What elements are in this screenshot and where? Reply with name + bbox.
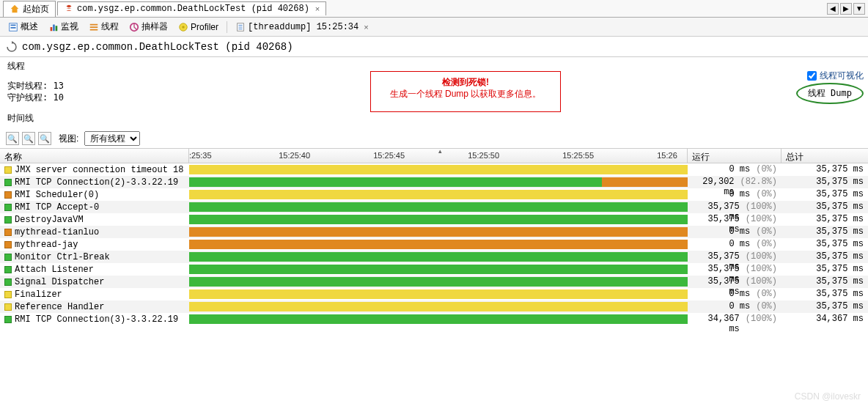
- thread-name-cell: JMX server connection timeout 18: [0, 163, 189, 176]
- monitor-icon: [48, 22, 59, 32]
- timeline-cell: [189, 300, 688, 313]
- col-run-header[interactable]: 运行: [688, 149, 781, 163]
- thread-dump-button[interactable]: 线程 Dump: [796, 83, 864, 104]
- zoom-fit-button[interactable]: 🔍: [38, 132, 51, 145]
- thread-name-cell: RMI TCP Connection(2)-3.3.22.19: [0, 176, 189, 188]
- timeline-bar: [189, 302, 688, 311]
- time-tick: 15:25:40: [279, 151, 310, 160]
- thread-row[interactable]: Monitor Ctrl-Break35,375 ms(100%)35,375 …: [0, 251, 868, 263]
- total-cell: 35,375 ms: [781, 251, 868, 263]
- tool-threaddump[interactable]: [threaddump] 15:25:34 ×: [232, 21, 372, 34]
- thread-row[interactable]: mythread-tianluo0 ms(0%)35,375 ms: [0, 226, 868, 238]
- overview-icon: [8, 22, 18, 32]
- timeline-bar: [602, 177, 688, 187]
- svg-rect-1: [11, 24, 16, 26]
- timeline-cell: [189, 163, 688, 176]
- total-cell: 35,375 ms: [781, 276, 868, 288]
- timeline-cell: [189, 313, 688, 325]
- col-total-header[interactable]: 总计: [781, 149, 868, 163]
- nav-prev-button[interactable]: ◀: [827, 3, 839, 15]
- thread-name: Finalizer: [15, 289, 62, 300]
- total-cell: 35,375 ms: [781, 238, 868, 251]
- timeline-bar: [189, 240, 688, 249]
- home-icon: [10, 4, 20, 14]
- nav-menu-button[interactable]: ▼: [853, 3, 865, 15]
- thread-name: Monitor Ctrl-Break: [15, 252, 110, 262]
- thread-row[interactable]: RMI TCP Connection(2)-3.3.22.1929,302 ms…: [0, 176, 868, 188]
- thread-row[interactable]: Finalizer0 ms(0%)35,375 ms: [0, 288, 868, 300]
- page-title: com.ysgz.ep.common.DeathLockTest (pid 40…: [22, 41, 293, 53]
- tool-label: [threaddump] 15:25:34: [248, 22, 358, 32]
- col-name-header[interactable]: 名称: [0, 149, 189, 163]
- thread-row[interactable]: Attach Listener35,375 ms(100%)35,375 ms: [0, 263, 868, 276]
- thread-name: RMI TCP Accept-0: [15, 202, 99, 213]
- status-square-icon: [4, 179, 12, 186]
- run-pct: (100%): [746, 214, 777, 225]
- close-icon[interactable]: ×: [364, 23, 368, 32]
- run-value: 35,375 ms: [692, 251, 740, 262]
- close-icon[interactable]: ×: [315, 4, 320, 13]
- run-pct: (0%): [756, 289, 777, 300]
- thread-row[interactable]: Signal Dispatcher35,375 ms(100%)35,375 m…: [0, 276, 868, 288]
- nav-next-button[interactable]: ▶: [840, 3, 852, 15]
- run-pct: (0%): [756, 164, 777, 175]
- zoom-out-button[interactable]: 🔍: [22, 132, 35, 145]
- run-value: 0 ms: [729, 164, 750, 175]
- realtime-threads-label: 实时线程:: [7, 81, 48, 91]
- thread-row[interactable]: Reference Handler0 ms(0%)35,375 ms: [0, 300, 868, 313]
- thread-name-cell: RMI TCP Connection(3)-3.3.22.19: [0, 313, 189, 325]
- run-value: 35,375 ms: [692, 276, 740, 287]
- timeline-bar: [189, 165, 688, 174]
- refresh-icon[interactable]: [6, 41, 18, 53]
- total-cell: 35,375 ms: [781, 263, 868, 276]
- status-square-icon: [4, 303, 12, 311]
- run-pct: (0%): [756, 301, 777, 312]
- total-cell: 35,375 ms: [781, 176, 868, 188]
- visualize-checkbox[interactable]: [807, 71, 817, 81]
- thread-row[interactable]: RMI TCP Connection(3)-3.3.22.1934,367 ms…: [0, 313, 868, 325]
- sampler-icon: [129, 22, 139, 32]
- svg-point-8: [182, 26, 185, 29]
- tool-threads[interactable]: 线程: [85, 19, 122, 34]
- status-square-icon: [4, 291, 12, 298]
- thread-row[interactable]: mythread-jay0 ms(0%)35,375 ms: [0, 238, 868, 251]
- svg-rect-5: [56, 26, 58, 31]
- total-cell: 35,375 ms: [781, 188, 868, 201]
- thread-name-cell: Finalizer: [0, 288, 189, 300]
- thread-name: Reference Handler: [15, 302, 104, 312]
- timeline-bar: [189, 277, 688, 287]
- zoom-in-button[interactable]: 🔍: [6, 132, 19, 145]
- run-pct: (100%): [746, 314, 777, 325]
- timeline-cell: [189, 288, 688, 300]
- timeline-cell: [189, 176, 688, 188]
- thread-name-cell: Attach Listener: [0, 263, 189, 276]
- thread-name-cell: Monitor Ctrl-Break: [0, 251, 189, 263]
- run-cell: 35,375 ms(100%): [688, 263, 781, 276]
- thread-row[interactable]: DestroyJavaVM35,375 ms(100%)35,375 ms: [0, 213, 868, 226]
- daemon-threads-value: 10: [53, 92, 63, 103]
- status-square-icon: [4, 216, 12, 224]
- sort-arrow-icon: ▴: [438, 147, 442, 155]
- tool-sampler[interactable]: 抽样器: [125, 19, 172, 34]
- thread-name: DestroyJavaVM: [15, 215, 84, 225]
- svg-rect-2: [11, 27, 16, 29]
- thread-row[interactable]: RMI TCP Accept-035,375 ms(100%)35,375 ms: [0, 201, 868, 213]
- tool-overview[interactable]: 概述: [4, 19, 42, 34]
- svg-rect-3: [51, 27, 53, 31]
- tab-main[interactable]: com.ysgz.ep.common.DeathLockTest (pid 40…: [57, 1, 326, 15]
- timeline-bar: [189, 265, 688, 274]
- thread-row[interactable]: JMX server connection timeout 180 ms(0%)…: [0, 163, 868, 176]
- view-select[interactable]: 所有线程: [84, 131, 140, 146]
- tool-monitor[interactable]: 监视: [45, 19, 82, 34]
- visualize-label: 线程可视化: [820, 70, 864, 82]
- thread-list: JMX server connection timeout 180 ms(0%)…: [0, 163, 868, 325]
- thread-name: mythread-tianluo: [15, 227, 99, 237]
- timeline-cell: [189, 213, 688, 226]
- tab-label: com.ysgz.ep.common.DeathLockTest (pid 40…: [77, 4, 309, 14]
- time-tick: 15:25:45: [373, 151, 405, 160]
- thread-name-cell: Signal Dispatcher: [0, 276, 189, 288]
- thread-row[interactable]: RMI Scheduler(0)0 ms(0%)35,375 ms: [0, 188, 868, 201]
- tool-profiler[interactable]: Profiler: [174, 21, 222, 34]
- run-pct: (0%): [756, 239, 777, 250]
- tab-start-page[interactable]: 起始页: [3, 1, 56, 17]
